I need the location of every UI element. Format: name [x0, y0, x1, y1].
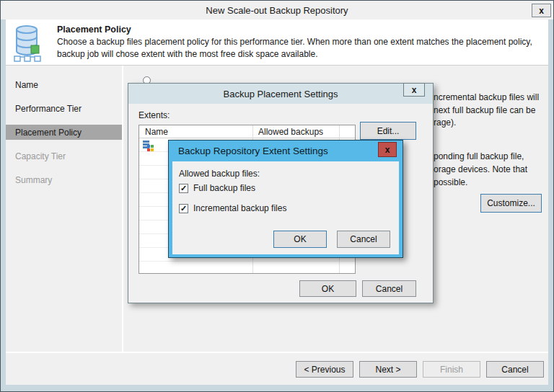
extents-table-header: Name Allowed backups [139, 125, 355, 138]
check-icon: ✓ [180, 184, 187, 193]
check-icon: ✓ [180, 204, 187, 213]
placement-ok-button[interactable]: OK [299, 280, 356, 297]
finish-button[interactable]: Finish [423, 361, 480, 378]
step-description-line2: backup job will chose extent with the mo… [57, 49, 533, 59]
sidebar-item-placement-policy[interactable]: Placement Policy [15, 128, 82, 138]
extent-ok-button[interactable]: OK [273, 231, 327, 248]
customize-button[interactable]: Customize... [480, 194, 542, 213]
placement-dialog-title: Backup Placement Settings [224, 89, 338, 99]
window-frame-right [548, 19, 553, 392]
full-backup-files-label: Full backup files [193, 183, 255, 193]
incremental-backup-files-row: ✓ Incremental backup files [179, 203, 286, 213]
new-scale-out-backup-repository-window: New Scale-out Backup Repository x Placem… [0, 0, 554, 392]
extent-dialog-body: Allowed backup files: ✓ Full backup file… [172, 161, 399, 254]
wizard-steps-sidebar: Name Performance Tier Placement Policy C… [6, 66, 122, 385]
cancel-button[interactable]: Cancel [486, 361, 544, 378]
edit-button[interactable]: Edit... [360, 122, 416, 140]
sidebar-item-summary[interactable]: Summary [15, 175, 52, 186]
scale-out-repository-icon [11, 23, 48, 62]
footer-separator [6, 352, 548, 353]
window-title: New Scale-out Backup Repository [206, 5, 348, 16]
extents-label: Extents: [138, 110, 170, 120]
window-close-button[interactable]: x [532, 4, 551, 17]
policy-text-fragment: ncremental backup files will [434, 92, 549, 102]
close-icon: x [539, 6, 544, 16]
backup-repository-extent-settings-dialog: Backup Repository Extent Settings x Allo… [168, 140, 403, 258]
close-icon: x [385, 145, 390, 155]
checkbox-full-backup-files[interactable]: ✓ [179, 184, 188, 193]
window-titlebar[interactable]: New Scale-out Backup Repository [1, 1, 553, 19]
policy-text-fragment: next full backup file can be [434, 105, 549, 115]
extent-dialog-close-button[interactable]: x [378, 142, 397, 157]
sidebar-item-capacity-tier[interactable]: Capacity Tier [15, 151, 66, 162]
sidebar-separator [122, 66, 123, 352]
sidebar-item-performance-tier[interactable]: Performance Tier [15, 104, 82, 115]
step-description-line1: Choose a backup files placement policy f… [57, 37, 533, 47]
incremental-backup-files-label: Incremental backup files [193, 203, 286, 213]
placement-dialog-titlebar[interactable]: Backup Placement Settings [128, 84, 433, 104]
extent-cancel-button[interactable]: Cancel [337, 231, 390, 248]
policy-text-fragment: ponding full backup file, [434, 151, 549, 161]
window-frame-left [1, 19, 6, 392]
policy-text-fragment: orage devices. Note that [434, 164, 549, 174]
sidebar-item-name[interactable]: Name [15, 80, 38, 91]
checkbox-incremental-backup-files[interactable]: ✓ [179, 204, 188, 213]
next-button[interactable]: Next > [359, 361, 417, 378]
placement-cancel-button[interactable]: Cancel [362, 280, 416, 297]
full-backup-files-row: ✓ Full backup files [179, 183, 255, 193]
policy-text-fragment: possible. [434, 177, 549, 187]
window-frame-bottom [1, 385, 553, 391]
close-icon: x [412, 85, 417, 95]
allowed-backup-files-label: Allowed backup files: [179, 169, 260, 179]
policy-text-fragment: rage). [434, 117, 549, 128]
extent-repository-icon [142, 140, 154, 151]
step-title: Placement Policy [57, 24, 131, 35]
previous-button[interactable]: < Previous [296, 361, 353, 378]
extent-dialog-titlebar[interactable]: Backup Repository Extent Settings [178, 141, 328, 161]
column-header-name[interactable]: Name [145, 127, 168, 137]
placement-dialog-close-button[interactable]: x [403, 83, 425, 97]
column-header-allowed-backups[interactable]: Allowed backups [258, 127, 323, 137]
